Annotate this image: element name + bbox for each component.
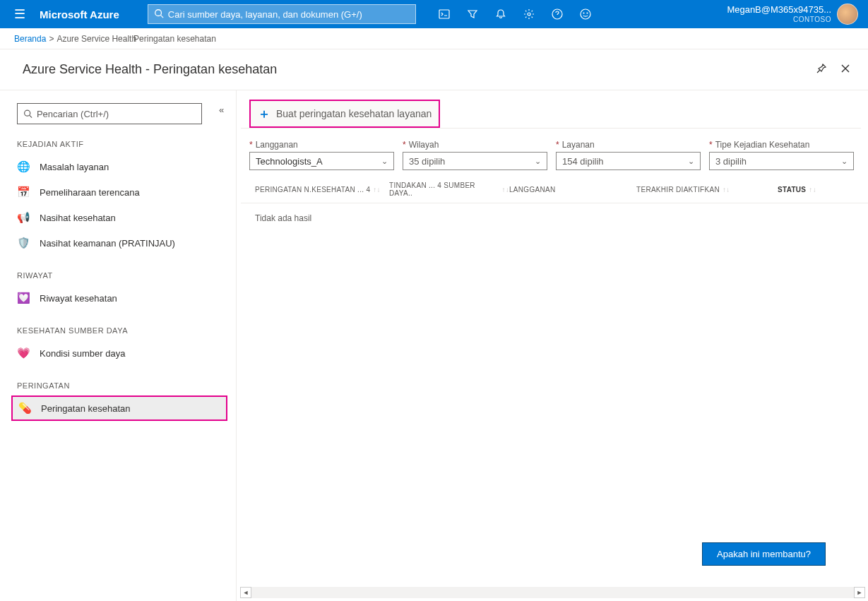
dropdown-value: 3 dipilih <box>715 156 747 167</box>
nav-label: Pemeliharaan terencana <box>40 187 140 198</box>
pin-icon[interactable] <box>816 63 827 76</box>
horizontal-scrollbar[interactable]: ◄ ► <box>240 587 865 598</box>
alert-health-icon: 💊 <box>18 402 31 415</box>
sidebar: KEJADIAN AKTIF 🌐 Masalah layanan 📅 Pemel… <box>0 90 237 601</box>
filter-label-region: *Wilayah <box>403 140 547 150</box>
global-search-input[interactable] <box>168 9 410 20</box>
sidebar-item-service-issues[interactable]: 🌐 Masalah layanan <box>11 154 227 179</box>
chevron-down-icon: ⌄ <box>535 157 541 166</box>
user-account[interactable]: MeganB@M365x94735... CONTOSO <box>727 4 831 24</box>
user-org-label: CONTOSO <box>727 16 831 24</box>
heart-monitor-icon: 💟 <box>17 292 30 304</box>
section-resource-health: KESEHATAN SUMBER DAYA <box>17 326 227 335</box>
create-health-alert-button[interactable]: ＋ Buat peringatan kesehatan layanan <box>249 100 440 128</box>
sidebar-item-resource-health[interactable]: 💗 Kondisi sumber daya <box>11 340 227 366</box>
cloud-shell-icon[interactable] <box>430 0 458 28</box>
sort-icon: ↑↓ <box>809 186 816 194</box>
global-search[interactable] <box>148 4 416 24</box>
sort-icon: ↑↓ <box>373 186 381 194</box>
dropdown-value: 35 dipilih <box>409 156 445 167</box>
cmd-label: Buat peringatan kesehatan layanan <box>276 108 432 119</box>
svg-point-6 <box>583 13 584 13</box>
sidebar-item-health-alerts[interactable]: 💊 Peringatan kesehatan <box>11 395 227 421</box>
breadcrumb-service[interactable]: Azure Service Health <box>57 34 136 44</box>
sort-icon: ↑↓ <box>501 186 509 194</box>
svg-point-3 <box>528 13 530 16</box>
directory-filter-icon[interactable] <box>458 0 487 28</box>
svg-line-11 <box>30 115 32 117</box>
breadcrumb: Beranda > Azure Service Health Peringata… <box>0 28 868 49</box>
brand-label[interactable]: Microsoft Azure <box>40 8 119 20</box>
col-alert-name[interactable]: PERINGATAN N.KESEHATAN ... 4↑↓ <box>255 182 389 197</box>
sidebar-item-health-history[interactable]: 💟 Riwayat kesehatan <box>11 285 227 311</box>
nav-label: Peringatan kesehatan <box>41 403 130 414</box>
svg-line-1 <box>160 15 163 18</box>
scroll-right-icon[interactable]: ► <box>854 587 865 598</box>
filter-label-service: *Layanan <box>556 140 701 150</box>
svg-point-5 <box>581 9 590 19</box>
sort-icon: ↑↓ <box>723 186 730 194</box>
shield-icon: 🛡️ <box>17 237 30 249</box>
megaphone-icon: 📢 <box>17 211 30 224</box>
col-subscription[interactable]: LANGGANAN <box>509 182 636 197</box>
empty-state: Tidak ada hasil <box>241 203 868 233</box>
filter-label-event-type: *Tipe Kejadian Kesehatan <box>709 140 854 150</box>
nav-label: Masalah layanan <box>40 162 109 172</box>
nav-label: Nasihat kesehatan <box>40 213 116 223</box>
command-bar: ＋ Buat peringatan kesehatan layanan <box>241 99 861 129</box>
scroll-left-icon[interactable]: ◄ <box>240 587 251 598</box>
svg-point-7 <box>587 13 588 13</box>
calendar-icon: 📅 <box>17 186 30 198</box>
section-alerts: PERINGATAN <box>17 381 227 390</box>
heartbeat-icon: 💗 <box>17 347 30 359</box>
region-dropdown[interactable]: 35 dipilih ⌄ <box>403 152 547 170</box>
close-icon[interactable] <box>840 63 851 76</box>
svg-rect-2 <box>439 10 449 18</box>
chevron-down-icon: ⌄ <box>841 157 848 166</box>
nav-label: Nasihat keamanan (PRATINJAU) <box>40 238 175 249</box>
event-type-dropdown[interactable]: 3 dipilih ⌄ <box>709 152 854 170</box>
svg-point-0 <box>155 9 162 16</box>
settings-icon[interactable] <box>515 0 543 28</box>
col-action[interactable]: TINDAKAN ... 4 SUMBER DAYA..↑↓ <box>389 182 509 197</box>
breadcrumb-page: Peringatan kesehatan <box>133 34 216 44</box>
help-icon[interactable] <box>543 0 571 28</box>
breadcrumb-sep: > <box>49 34 54 44</box>
notifications-icon[interactable] <box>487 0 515 28</box>
filter-row: *Langganan Technologists_A ⌄ *Wilayah 35… <box>241 129 868 177</box>
search-icon <box>23 109 32 119</box>
collapse-sidebar-icon[interactable]: « <box>219 105 224 115</box>
sidebar-search-input[interactable] <box>37 109 196 119</box>
section-history: RIWAYAT <box>17 271 227 280</box>
globe-error-icon: 🌐 <box>17 160 30 173</box>
plus-icon: ＋ <box>258 105 270 122</box>
user-email-label: MeganB@M365x94735... <box>727 4 831 16</box>
dropdown-value: Technologists_A <box>256 156 323 167</box>
nav-label: Riwayat kesehatan <box>40 293 117 304</box>
filter-label-subscription: *Langganan <box>249 140 394 150</box>
table-header: PERINGATAN N.KESEHATAN ... 4↑↓ TINDAKAN … <box>241 177 868 203</box>
col-last-fired[interactable]: TERAKHIR DIAKTIFKAN↑↓ <box>636 182 778 197</box>
top-bar: ☰ Microsoft Azure MeganB@M365x94735... C… <box>0 0 868 28</box>
breadcrumb-home[interactable]: Beranda <box>14 34 46 44</box>
nav-label: Kondisi sumber daya <box>40 348 125 359</box>
feedback-icon[interactable] <box>571 0 600 28</box>
avatar[interactable] <box>837 4 858 25</box>
chevron-down-icon: ⌄ <box>381 157 388 166</box>
sidebar-item-planned-maintenance[interactable]: 📅 Pemeliharaan terencana <box>11 179 227 205</box>
service-dropdown[interactable]: 154 dipilih ⌄ <box>556 152 701 170</box>
subscription-dropdown[interactable]: Technologists_A ⌄ <box>249 152 394 170</box>
section-active-events: KEJADIAN AKTIF <box>17 140 227 148</box>
scroll-track[interactable] <box>251 587 854 598</box>
dropdown-value: 154 dipilih <box>562 156 604 167</box>
menu-icon[interactable]: ☰ <box>6 6 34 22</box>
sidebar-search[interactable] <box>17 103 202 124</box>
chevron-down-icon: ⌄ <box>688 157 694 166</box>
main-content: ＋ Buat peringatan kesehatan layanan *Lan… <box>237 90 868 601</box>
svg-point-10 <box>25 110 30 116</box>
title-bar: Azure Service Health - Peringatan keseha… <box>0 49 868 90</box>
col-status[interactable]: STATUS↑↓ <box>778 182 834 197</box>
sidebar-item-security-advisories[interactable]: 🛡️ Nasihat keamanan (PRATINJAU) <box>11 230 227 256</box>
sidebar-item-health-advisories[interactable]: 📢 Nasihat kesehatan <box>11 205 227 230</box>
feedback-help-button[interactable]: Apakah ini membantu? <box>702 542 826 566</box>
